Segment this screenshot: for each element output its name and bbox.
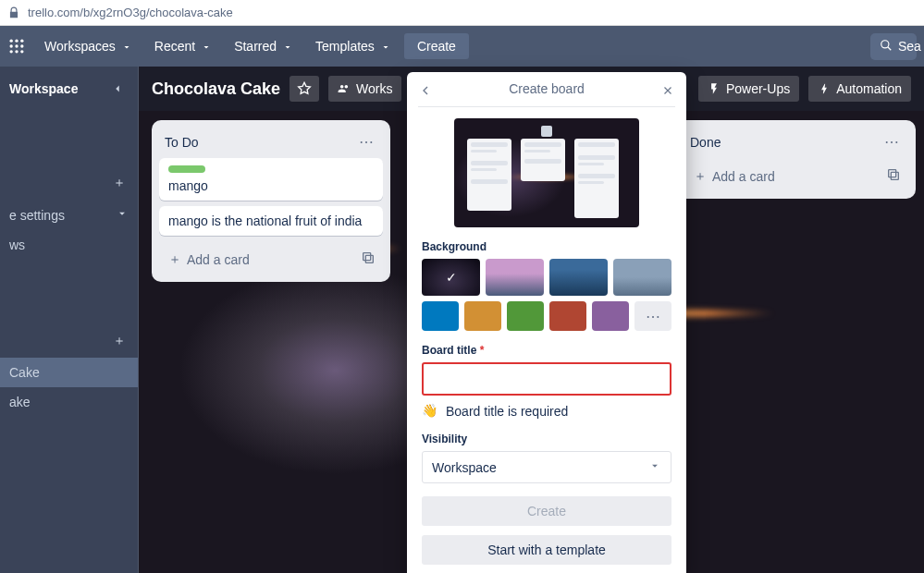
browser-url-bar: trello.com/b/xg2rnO3g/chocolava-cake [0,0,924,26]
button-label: Power-Ups [726,81,790,96]
list-title[interactable]: To Do [165,135,199,150]
background-color-purple[interactable] [592,301,629,331]
popover-close-button[interactable] [659,81,677,100]
lock-icon [7,6,20,19]
button-label: Automation [836,81,902,96]
trello-logo-icon [541,126,552,137]
background-option-1[interactable] [422,259,480,296]
list-menu-button[interactable]: ⋯ [881,131,903,152]
svg-point-1 [15,40,18,43]
svg-point-9 [881,40,889,47]
svg-point-3 [10,44,13,47]
sidebar-item-cake[interactable]: Cake [0,358,138,387]
sidebar-item-label: ake [9,395,31,409]
list-done: Done ⋯ ＋ Add a card [677,120,916,199]
background-color-blue[interactable] [422,301,459,331]
plus-icon: ＋ [168,251,181,268]
sidebar-item-ake[interactable]: ake [0,387,138,417]
card-text: mango [168,178,208,193]
svg-rect-13 [889,170,896,177]
svg-point-7 [15,50,18,53]
card-template-icon[interactable] [357,247,379,273]
top-nav: Workspaces Recent Starred Templates Crea… [0,26,924,67]
nav-starred[interactable]: Starred [225,33,302,59]
visibility-value: Workspace [432,460,497,475]
background-option-3[interactable] [549,259,608,296]
card-template-icon[interactable] [882,164,905,189]
nav-label: Starred [234,39,277,54]
add-card-button[interactable]: ＋ Add a card [163,248,357,272]
sidebar-item-settings[interactable]: e settings [0,200,138,230]
chevron-down-icon [116,207,129,223]
card[interactable]: mango is the national fruit of india [159,206,383,236]
background-label: Background [422,240,671,253]
plus-icon: ＋ [694,168,707,185]
plus-icon[interactable]: ＋ [110,174,129,192]
list-menu-button[interactable]: ⋯ [355,131,377,152]
app-menu-icon[interactable] [7,37,26,55]
sidebar: Workspace ＋ e settings ws ＋ Cake ake [0,67,139,573]
chevron-down-icon [282,41,293,52]
url-text[interactable]: trello.com/b/xg2rnO3g/chocolava-cake [28,6,233,19]
svg-point-6 [10,50,13,53]
sidebar-item-ws[interactable]: ws [0,230,138,260]
background-option-4[interactable] [613,259,671,296]
board-title-label: Board title * [422,344,671,357]
background-option-2[interactable] [486,259,544,296]
board-title[interactable]: Chocolava Cake [152,79,280,99]
board-title-input[interactable] [422,362,671,396]
chevron-down-icon [121,41,132,52]
add-card-label: Add a card [712,169,775,184]
svg-rect-14 [891,172,898,179]
sidebar-item-label: Cake [9,365,40,380]
svg-point-4 [15,44,18,47]
nav-recent[interactable]: Recent [145,33,221,59]
plus-icon[interactable]: ＋ [110,332,129,350]
background-color-orange[interactable] [464,301,501,331]
wave-hand-icon: 👋 [422,403,438,420]
visibility-label: Visibility [422,433,671,445]
nav-create-button[interactable]: Create [404,33,469,59]
automation-button[interactable]: Automation [808,76,911,102]
nav-templates[interactable]: Templates [306,33,400,59]
visibility-select[interactable]: Workspace [422,451,671,483]
card[interactable]: mango [159,158,383,201]
svg-line-10 [888,46,892,50]
add-card-button[interactable]: ＋ Add a card [688,165,882,189]
background-color-red[interactable] [549,301,586,331]
svg-point-0 [10,40,13,43]
nav-workspaces[interactable]: Workspaces [35,33,142,59]
popover-back-button[interactable] [416,81,435,100]
title-required-hint: 👋 Board title is required [422,403,671,420]
background-more-button[interactable]: ⋯ [634,301,671,331]
chevron-down-icon [380,41,391,52]
list-title[interactable]: Done [690,135,721,150]
list-todo: To Do ⋯ mango mango is the national frui… [152,120,390,282]
sidebar-workspace-header: Workspace [0,67,138,111]
workspace-label: Workspace [9,81,78,96]
search-input[interactable]: Sea [870,33,917,60]
button-label: Works [356,81,392,96]
card-label-green [168,165,205,173]
sidebar-item-add[interactable]: ＋ [0,324,138,358]
svg-rect-12 [365,255,373,262]
workspace-visible-button[interactable]: Works [328,76,401,102]
card-text: mango is the national fruit of india [168,213,362,228]
popover-title: Create board [509,81,585,96]
powerups-button[interactable]: Power-Ups [698,76,799,102]
search-placeholder: Sea [898,39,921,54]
chevron-down-icon [201,41,212,52]
sidebar-collapse-button[interactable] [106,78,129,100]
svg-point-2 [20,40,23,43]
svg-point-8 [20,50,23,53]
sidebar-item-unknown[interactable]: ＋ [0,166,138,200]
sidebar-item-label: e settings [9,208,65,223]
search-icon [880,39,893,55]
nav-label: Recent [154,39,195,54]
board-preview [454,118,639,227]
create-board-submit[interactable]: Create [422,496,671,526]
star-button[interactable] [290,76,319,102]
nav-label: Templates [315,39,375,54]
background-color-green[interactable] [507,301,544,331]
start-with-template-button[interactable]: Start with a template [422,535,671,565]
